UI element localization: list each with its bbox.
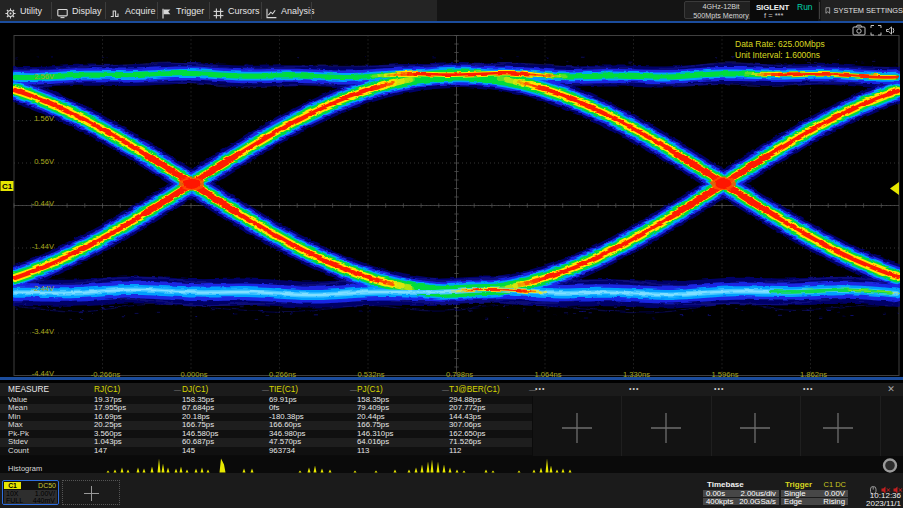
topbar-divider [819, 2, 820, 19]
menu-item-display[interactable]: Display [57, 0, 102, 21]
x-axis-label: 0.000ns [180, 370, 207, 377]
add-measure-slot[interactable] [821, 411, 855, 445]
histogram-plot [0, 456, 903, 473]
system-settings-label: SYSTEM SETTINGS [834, 6, 903, 15]
trigger-level: 0.00V [825, 490, 845, 498]
trigger-mode: Single [784, 490, 806, 498]
x-axis-label: 1.330ns [623, 370, 650, 377]
empty-column-header[interactable]: ••• [535, 383, 545, 395]
menu-item-trigger[interactable]: Trigger [161, 0, 204, 21]
x-axis-label: -0.266ns [91, 370, 121, 377]
empty-column-header[interactable]: ••• [629, 383, 639, 395]
y-axis-label: -0.44V [32, 199, 55, 208]
gear-icon [5, 5, 16, 16]
trigger-source: C1 DC [823, 480, 846, 489]
collapse-dash: — [174, 383, 181, 396]
knob-indicator[interactable] [884, 460, 896, 472]
unit-interval-readout: Unit Interval: 1.6000ns [735, 50, 820, 60]
measure-cell: 112 [449, 447, 461, 455]
trigger-flag-icon [161, 5, 172, 16]
add-measure-slot[interactable] [560, 411, 594, 445]
channel1-row3: FULL 440mV [4, 497, 57, 504]
slot-divider [711, 396, 712, 456]
timebase-title: Timebase [707, 480, 744, 489]
add-channel-slot[interactable] [62, 480, 120, 505]
histogram-strip: Histogram [0, 456, 903, 473]
menu-label: Cursors [228, 6, 260, 16]
measure-cell: 145 [182, 447, 195, 455]
timebase-row2: 400kpts 20.0GSa/s [703, 498, 779, 506]
measure-cell: 963734 [269, 447, 295, 455]
measure-cell: 113 [357, 447, 369, 455]
acquire-icon [110, 5, 121, 16]
collapse-dash: — [262, 383, 269, 396]
plus-icon [738, 411, 772, 445]
menu-divider [105, 2, 106, 19]
plus-icon [649, 411, 683, 445]
measurement-panel: MEASURE ✕ RJ(C1)—DJ(C1)—TIE(C1)—PJ(C1)—T… [0, 383, 903, 473]
menu-divider [209, 2, 210, 19]
menu-divider [311, 2, 312, 19]
analysis-icon [266, 5, 277, 16]
trigger-row2: Edge Rising [781, 498, 848, 506]
trigger-type: Edge [784, 498, 802, 506]
y-axis-label: 2.56V [34, 72, 55, 81]
menu-label: Acquire [125, 6, 156, 16]
channel1-row2: 10X 1.00V/ [4, 490, 57, 497]
slot-divider [621, 396, 622, 456]
bottom-status-bar: C1 DC50 10X 1.00V/ FULL 440mV Timebase 0… [0, 473, 903, 508]
hw-memory: 500Mpts Memory [685, 12, 757, 21]
x-axis-label: 0.266ns [269, 370, 296, 377]
x-axis-label: 1.596ns [711, 370, 738, 377]
channel1-coupling: DC50 [38, 482, 56, 489]
eye-annotations: Data Rate: 625.00MbpsUnit Interval: 1.60… [735, 39, 825, 60]
display-icon [57, 5, 68, 16]
timebase-samplerate: 20.0GSa/s [739, 498, 776, 506]
hardware-info-box: 4GHz-12Bit 500Mpts Memory [684, 1, 758, 19]
timebase-scale: 2.00us/div [740, 490, 776, 498]
trigger-row1: Single 0.00V [781, 490, 848, 498]
channel1-offset-marker[interactable]: C1 [1, 181, 14, 191]
plus-icon [821, 411, 855, 445]
y-axis-label: 0.56V [34, 157, 55, 166]
menu-label: Analysis [281, 6, 315, 16]
add-measure-slot[interactable] [738, 411, 772, 445]
menu-items: UtilityDisplayAcquireTriggerCursorsAnaly… [0, 0, 437, 21]
menu-item-acquire[interactable]: Acquire [110, 0, 156, 21]
add-measure-slot[interactable] [649, 411, 683, 445]
y-axis-label: -1.44V [32, 242, 55, 251]
slot-divider [880, 396, 881, 456]
oscilloscope-screen: UtilityDisplayAcquireTriggerCursorsAnaly… [0, 0, 903, 508]
menu-item-cursors[interactable]: Cursors [213, 0, 260, 21]
menu-item-analysis[interactable]: Analysis [266, 0, 315, 21]
y-axis-label: 1.56V [34, 114, 55, 123]
waveform-plot[interactable]: 2.56V1.56V0.56V-0.44V-1.44V-2.44V-3.44V-… [0, 23, 903, 377]
x-axis-label: 1.862ns [800, 370, 827, 377]
menu-divider [157, 2, 158, 19]
channel1-descriptor[interactable]: C1 DC50 10X 1.00V/ FULL 440mV [2, 480, 59, 505]
empty-column-header[interactable]: ••• [803, 383, 813, 395]
histogram-label: Histogram [8, 464, 42, 473]
cursors-icon [213, 5, 224, 16]
empty-column-header[interactable]: ••• [714, 383, 724, 395]
menu-label: Display [72, 6, 102, 16]
system-settings-button[interactable]: SYSTEM SETTINGS [821, 0, 903, 21]
empty-measure-slots [533, 396, 903, 456]
data-rate-readout: Data Rate: 625.00Mbps [735, 39, 825, 49]
y-axis-label: -4.44V [32, 369, 55, 377]
clock-date: 2023/11/1 [866, 500, 901, 508]
x-axis-label: 0.532ns [357, 370, 384, 377]
acquisition-status[interactable]: Run [797, 2, 813, 12]
menu-label: Trigger [176, 6, 204, 16]
menu-label: Utility [20, 6, 42, 16]
menu-divider [261, 2, 262, 19]
close-measure-button[interactable]: ✕ [882, 383, 900, 396]
bookmark-icon [825, 5, 831, 16]
x-axis-label: 1.064ns [534, 370, 561, 377]
measure-cell: 147 [94, 447, 107, 455]
channel1-chip: C1 [4, 482, 21, 489]
timebase-points: 400kpts [706, 498, 733, 506]
collapse-dash: — [442, 383, 449, 396]
menu-item-utility[interactable]: Utility [5, 0, 42, 21]
timebase-row1: 0.00s 2.00us/div [703, 490, 779, 498]
